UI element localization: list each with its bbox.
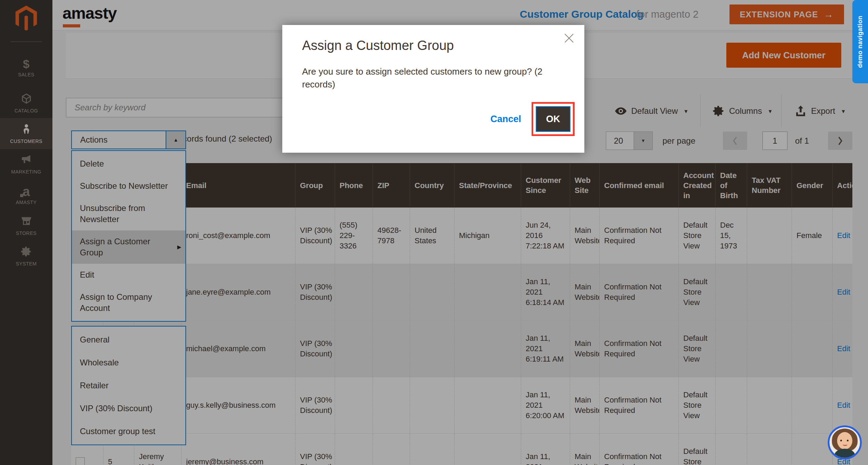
ok-button-highlight-ring: OK bbox=[532, 102, 575, 136]
close-icon[interactable] bbox=[563, 32, 575, 44]
avatar-eye bbox=[840, 440, 842, 441]
avatar-eye bbox=[847, 440, 849, 441]
demo-navigation-label: demo navigation bbox=[857, 16, 864, 68]
modal-message: Are you sure to assign selected customer… bbox=[302, 65, 569, 91]
modal-title: Assign a Customer Group bbox=[302, 38, 454, 53]
ok-button[interactable]: OK bbox=[536, 106, 570, 132]
modal-actions: Cancel OK bbox=[490, 102, 575, 136]
assign-group-modal: Assign a Customer Group Are you sure to … bbox=[282, 25, 584, 153]
avatar-face bbox=[837, 432, 852, 449]
magento-admin-page: amasty Customer Group Catalog for magent… bbox=[0, 0, 868, 465]
cancel-button[interactable]: Cancel bbox=[490, 114, 521, 125]
chat-widget-avatar[interactable] bbox=[828, 425, 862, 459]
demo-navigation-tab[interactable]: demo navigation bbox=[852, 0, 868, 83]
avatar-smile bbox=[843, 443, 848, 446]
